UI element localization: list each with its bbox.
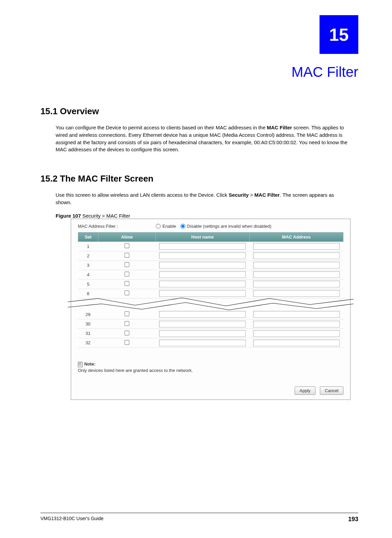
mac-input[interactable] xyxy=(253,281,340,287)
set-cell: 30 xyxy=(78,319,98,329)
allow-checkbox[interactable] xyxy=(124,253,129,257)
mac-cell xyxy=(249,260,343,270)
footer-guide: VMG1312-B10C User's Guide xyxy=(40,516,103,523)
mac-input[interactable] xyxy=(253,340,340,346)
allow-checkbox[interactable] xyxy=(124,321,129,326)
set-cell: 1 xyxy=(78,242,98,251)
allow-cell xyxy=(98,242,156,251)
chapter-number: 15 xyxy=(329,25,349,45)
hostname-cell xyxy=(156,279,250,289)
mac-input[interactable] xyxy=(253,321,340,327)
bold-mac-filter: MAC Filter xyxy=(267,125,292,130)
text: You can configure the Device to permit a… xyxy=(56,125,267,130)
allow-checkbox[interactable] xyxy=(124,330,129,335)
mac-cell xyxy=(249,279,343,289)
cancel-button[interactable]: Cancel xyxy=(320,386,343,395)
apply-button[interactable]: Apply xyxy=(295,386,316,395)
mac-input[interactable] xyxy=(253,271,340,278)
page-tear-graphic xyxy=(71,296,350,313)
table-row: 32 xyxy=(78,338,343,348)
button-row: Apply Cancel xyxy=(78,386,343,395)
disable-label: Disable (settings are invalid when disab… xyxy=(187,224,271,229)
hostname-cell xyxy=(155,329,249,338)
footer-page-number: 193 xyxy=(348,516,358,523)
set-cell: 32 xyxy=(78,338,98,348)
allow-cell xyxy=(98,319,155,329)
mac-input[interactable] xyxy=(253,262,340,268)
overview-paragraph: You can configure the Device to permit a… xyxy=(56,124,352,153)
section-heading-overview: 15.1 Overview xyxy=(40,106,352,117)
disable-radio[interactable] xyxy=(180,224,185,228)
allow-checkbox[interactable] xyxy=(124,272,129,276)
hostname-cell xyxy=(156,260,250,270)
screenshot-mac-filter: MAC Address Filter : Enable Disable (set… xyxy=(71,219,351,400)
table-row: 2 xyxy=(78,251,343,260)
table-row: 30 xyxy=(78,319,343,329)
note-icon xyxy=(78,361,83,367)
allow-checkbox[interactable] xyxy=(124,312,129,316)
col-allow: Allow xyxy=(98,232,156,242)
hostname-input[interactable] xyxy=(159,262,246,268)
allow-checkbox[interactable] xyxy=(124,262,129,267)
mac-cell xyxy=(249,329,343,338)
allow-checkbox[interactable] xyxy=(124,340,129,345)
table-row: 4 xyxy=(78,270,343,279)
mac-cell xyxy=(249,251,343,260)
hostname-cell xyxy=(156,242,250,251)
set-cell: 5 xyxy=(78,279,98,289)
hostname-cell xyxy=(155,338,249,348)
enable-label: Enable xyxy=(162,224,176,229)
note-block: Note: Only devices listed here are grant… xyxy=(78,361,343,373)
allow-cell xyxy=(98,270,156,279)
allow-checkbox[interactable] xyxy=(124,290,129,295)
allow-cell xyxy=(98,251,156,260)
hostname-input[interactable] xyxy=(159,340,246,346)
bold-mac-filter-nav: MAC Filter xyxy=(254,192,280,198)
text: Use this screen to allow wireless and LA… xyxy=(56,192,229,198)
filter-toggle-row: MAC Address Filter : Enable Disable (set… xyxy=(78,224,343,229)
hostname-cell xyxy=(156,251,250,260)
hostname-input[interactable] xyxy=(159,330,246,337)
col-mac: MAC Address xyxy=(249,232,343,242)
table-row: 3 xyxy=(78,260,343,270)
table-row: 5 xyxy=(78,279,343,289)
allow-cell xyxy=(98,329,155,338)
hostname-input[interactable] xyxy=(159,243,246,250)
col-hostname: Host name xyxy=(156,232,250,242)
chapter-number-box: 15 xyxy=(320,15,358,54)
page-footer: VMG1312-B10C User's Guide 193 xyxy=(40,513,358,523)
chapter-title: MAC Filter xyxy=(292,64,358,80)
allow-cell xyxy=(98,338,155,348)
figure-label: Figure 107 xyxy=(56,213,81,219)
hostname-cell xyxy=(156,270,250,279)
mac-input[interactable] xyxy=(253,330,340,337)
mac-cell xyxy=(249,270,343,279)
enable-radio[interactable] xyxy=(156,224,160,228)
mac-filter-paragraph: Use this screen to allow wireless and LA… xyxy=(56,191,352,206)
mac-filter-table-lower: 29303132 xyxy=(78,310,343,348)
figure-caption: Figure 107 Security > MAC Filter xyxy=(56,213,352,219)
table-row: 1 xyxy=(78,242,343,251)
hostname-input[interactable] xyxy=(159,271,246,278)
hostname-input[interactable] xyxy=(159,281,246,287)
note-label: Note: xyxy=(84,361,95,367)
note-text: Only devices listed here are granted acc… xyxy=(78,368,343,373)
allow-checkbox[interactable] xyxy=(124,243,129,248)
mac-input[interactable] xyxy=(253,243,340,250)
text: > xyxy=(249,192,254,198)
allow-cell xyxy=(98,279,156,289)
filter-label: MAC Address Filter : xyxy=(78,224,155,229)
bold-security: Security xyxy=(229,192,249,198)
set-cell: 4 xyxy=(78,270,98,279)
table-row: 31 xyxy=(78,329,343,338)
section-heading-mac-filter-screen: 15.2 The MAC Filter Screen xyxy=(40,173,352,184)
mac-cell xyxy=(249,319,343,329)
allow-cell xyxy=(98,260,156,270)
allow-checkbox[interactable] xyxy=(124,281,129,286)
figure-title: Security > MAC Filter xyxy=(81,213,130,219)
hostname-cell xyxy=(155,319,249,329)
hostname-input[interactable] xyxy=(159,321,246,327)
hostname-input[interactable] xyxy=(159,252,246,259)
mac-input[interactable] xyxy=(253,252,340,259)
set-cell: 3 xyxy=(78,260,98,270)
